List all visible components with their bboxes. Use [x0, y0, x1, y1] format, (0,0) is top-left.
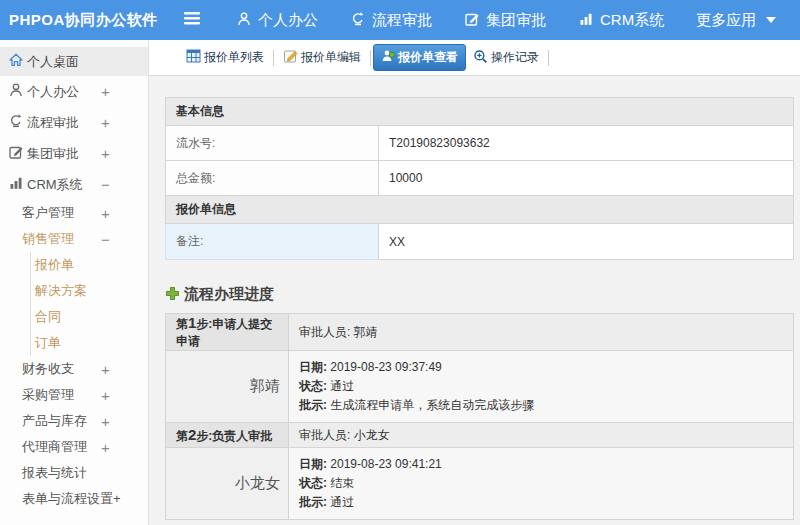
main-area: 报价单列表 报价单编辑 报价单查看 操作记录 — [149, 40, 800, 525]
nav-label: 个人办公 — [258, 11, 318, 30]
flow-progress-table: 第1步:申请人提交申请 审批人员: 郭靖 郭靖 日期: 2019-08-23 0… — [165, 313, 794, 520]
sidebar-item-reports[interactable]: 报表与统计 — [0, 460, 148, 486]
nav-item-group-approval[interactable]: 集团审批 — [464, 11, 546, 30]
sidebar-item-label: CRM系统 — [27, 176, 83, 194]
expand-plus-icon[interactable]: + — [101, 387, 110, 404]
sidebar: 个人桌面 个人办公 + 流程审批 + 集团审批 + CRM系统 − — [0, 40, 149, 525]
content-backdrop: 基本信息 流水号: T20190823093632 总金额: 10000 报价单… — [149, 76, 800, 525]
nav-item-more-apps[interactable]: 更多应用 — [696, 11, 776, 30]
flow-step-title: 第1步:申请人提交申请 — [166, 314, 289, 351]
sidebar-item-personal-office[interactable]: 个人办公 + — [0, 76, 148, 107]
sidebar-item-order[interactable]: 订单 — [31, 330, 148, 356]
sidebar-item-contract[interactable]: 合同 — [31, 304, 148, 330]
table-icon — [186, 49, 201, 66]
tab-label: 报价单查看 — [398, 49, 458, 66]
section-header-basic-info: 基本信息 — [166, 98, 794, 126]
toolbar-separator — [548, 50, 549, 66]
edit-icon — [8, 144, 24, 163]
sidebar-item-label: 个人办公 — [27, 83, 79, 101]
nav-label: CRM系统 — [600, 11, 664, 30]
sidebar-item-process-approval[interactable]: 流程审批 + — [0, 107, 148, 138]
flow-step-detail-row: 郭靖 日期: 2019-08-23 09:37:49 状态: 通过 批示: 生成… — [166, 351, 794, 423]
collapse-minus-icon[interactable]: − — [101, 176, 110, 193]
table-row: 总金额: 10000 — [166, 161, 794, 196]
edit-icon — [464, 11, 480, 30]
sidebar-item-customer-mgmt[interactable]: 客户管理 + — [0, 200, 148, 226]
sidebar-item-label: 采购管理 — [22, 386, 74, 404]
sidebar-item-crm-system[interactable]: CRM系统 − — [0, 169, 148, 200]
sidebar-item-label: 销售管理 — [22, 230, 74, 248]
sidebar-item-label: 代理商管理 — [22, 438, 87, 456]
sidebar-item-label: 表单与流程设置+ — [22, 490, 121, 508]
approval-remark-line: 批示: 生成流程申请单，系统自动完成该步骤 — [299, 396, 783, 415]
expand-plus-icon[interactable]: + — [101, 361, 110, 378]
nav-item-personal-office[interactable]: 个人办公 — [236, 11, 318, 30]
flow-step-title: 第2步:负责人审批 — [166, 423, 289, 448]
sidebar-item-finance[interactable]: 财务收支 + — [0, 356, 148, 382]
sidebar-item-quotation[interactable]: 报价单 — [31, 252, 148, 278]
tab-quotation-view[interactable]: 报价单查看 — [373, 44, 466, 71]
caret-down-icon — [766, 17, 776, 23]
hamburger-menu-icon[interactable] — [182, 11, 202, 29]
plus-icon — [165, 286, 180, 304]
nav-item-crm-system[interactable]: CRM系统 — [578, 11, 664, 30]
flow-step-header-row: 第1步:申请人提交申请 审批人员: 郭靖 — [166, 314, 794, 351]
sidebar-item-label: 客户管理 — [22, 204, 74, 222]
flow-progress-title: 流程办理进度 — [165, 285, 794, 304]
tab-quotation-list[interactable]: 报价单列表 — [179, 45, 271, 70]
tab-quotation-edit[interactable]: 报价单编辑 — [276, 45, 368, 70]
sidebar-item-form-process-settings[interactable]: 表单与流程设置+ — [0, 486, 148, 512]
sidebar-item-label: 解决方案 — [35, 282, 87, 300]
zoom-plus-icon — [473, 49, 488, 67]
field-value-serial: T20190823093632 — [379, 126, 794, 161]
edit-doc-icon — [283, 49, 298, 66]
approval-status-line: 状态: 结束 — [299, 474, 783, 493]
tab-label: 报价单编辑 — [301, 49, 361, 66]
app-logo: PHPOA协同办公软件 — [0, 11, 182, 30]
tab-toolbar: 报价单列表 报价单编辑 报价单查看 操作记录 — [149, 40, 800, 76]
person-view-icon — [381, 49, 395, 66]
table-row: 备注: XX — [166, 224, 794, 260]
sidebar-item-sales-mgmt[interactable]: 销售管理 − — [0, 226, 148, 252]
sidebar-item-label: 报表与统计 — [22, 464, 87, 482]
section-header-quotation-info: 报价单信息 — [166, 196, 794, 224]
approval-detail: 日期: 2019-08-23 09:37:49 状态: 通过 批示: 生成流程申… — [289, 351, 794, 423]
nav-label: 流程审批 — [372, 11, 432, 30]
flow-step-detail-row: 小龙女 日期: 2019-08-23 09:41:21 状态: 结束 批示: 通… — [166, 448, 794, 520]
expand-plus-icon[interactable]: + — [101, 83, 110, 100]
sidebar-item-label: 合同 — [35, 308, 61, 326]
field-label-remark: 备注: — [166, 224, 379, 260]
sidebar-item-label: 报价单 — [35, 256, 74, 274]
flow-icon — [350, 11, 366, 30]
toolbar-separator — [273, 50, 274, 66]
expand-plus-icon[interactable]: + — [101, 439, 110, 456]
approval-remark-line: 批示: 通过 — [299, 493, 783, 512]
flow-icon — [8, 113, 24, 132]
approver-name: 郭靖 — [166, 351, 289, 423]
sidebar-item-product-inventory[interactable]: 产品与库存 + — [0, 408, 148, 434]
field-value-remark: XX — [379, 224, 794, 260]
collapse-minus-icon[interactable]: − — [101, 231, 110, 248]
sidebar-item-label: 订单 — [35, 334, 61, 352]
section-header-row: 基本信息 — [166, 98, 794, 126]
sidebar-item-purchase-mgmt[interactable]: 采购管理 + — [0, 382, 148, 408]
sales-submenu: 报价单 解决方案 合同 订单 — [30, 252, 148, 356]
sidebar-item-group-approval[interactable]: 集团审批 + — [0, 138, 148, 169]
expand-plus-icon[interactable]: + — [101, 205, 110, 222]
sidebar-item-label: 集团审批 — [27, 145, 79, 163]
expand-plus-icon[interactable]: + — [101, 114, 110, 131]
sidebar-item-solution[interactable]: 解决方案 — [31, 278, 148, 304]
user-icon — [236, 11, 252, 30]
sidebar-item-agent-mgmt[interactable]: 代理商管理 + — [0, 434, 148, 460]
nav-label: 更多应用 — [696, 11, 756, 30]
field-value-total: 10000 — [379, 161, 794, 196]
sidebar-item-label: 财务收支 — [22, 360, 74, 378]
sidebar-item-desktop[interactable]: 个人桌面 — [0, 47, 148, 76]
chart-icon — [8, 175, 24, 194]
nav-item-process-approval[interactable]: 流程审批 — [350, 11, 432, 30]
top-bar: PHPOA协同办公软件 个人办公 流程审批 集团审批 CRM系统 更多应用 — [0, 0, 800, 40]
home-icon — [8, 52, 24, 71]
tab-operation-log[interactable]: 操作记录 — [466, 45, 546, 71]
expand-plus-icon[interactable]: + — [101, 413, 110, 430]
expand-plus-icon[interactable]: + — [101, 145, 110, 162]
